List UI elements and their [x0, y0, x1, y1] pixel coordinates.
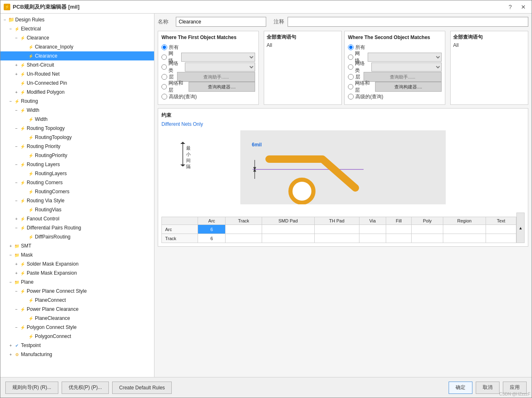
tree-item-polygon-connect[interactable]: ⚡ PolygonConnect [0, 332, 154, 341]
rule-wizard-button[interactable]: 规则向导(R) (R)... [5, 382, 58, 394]
expand-short-circuit[interactable] [14, 62, 19, 68]
row-track-arc[interactable]: 6 [198, 234, 226, 243]
row-track-poly[interactable] [412, 234, 443, 243]
row-track-smd[interactable] [262, 234, 314, 243]
row-track-track[interactable] [226, 234, 262, 243]
close-button[interactable]: ✕ [518, 3, 528, 11]
tree-item-routing-corners-item[interactable]: ⚡ RoutingCorners [0, 187, 154, 196]
first-radio-netlayer-input[interactable] [161, 84, 167, 90]
expand-routing-layers[interactable] [14, 162, 19, 167]
tree-item-clearance[interactable]: ⚡ Clearance [0, 51, 154, 60]
expand-fanout-control[interactable] [14, 216, 19, 222]
tree-item-routing-layers[interactable]: ⚡ Routing Layers [0, 160, 154, 169]
tree-item-routing-topology-item[interactable]: ⚡ RoutingTopology [0, 133, 154, 142]
first-radio-netclass-input[interactable] [161, 64, 167, 70]
expand-width-group[interactable] [14, 107, 19, 113]
expand-routing-priority[interactable] [14, 143, 19, 149]
second-net-dropdown[interactable] [368, 53, 442, 62]
tree-item-design-rules[interactable]: 📁 Design Rules [0, 15, 154, 24]
first-query-assist-button[interactable]: 查询助手...... [177, 72, 255, 82]
second-radio-advanced-input[interactable] [348, 94, 354, 100]
help-button[interactable]: ? [505, 3, 515, 11]
tree-item-routing-priority-item[interactable]: ⚡ RoutingPriority [0, 151, 154, 160]
row-arc-poly[interactable] [412, 225, 443, 234]
tree-item-solder-mask[interactable]: ⚡ Solder Mask Expansion [0, 259, 154, 268]
comment-input[interactable] [288, 17, 528, 27]
tree-item-routing-priority[interactable]: ⚡ Routing Priority [0, 142, 154, 151]
row-arc-region[interactable] [443, 225, 486, 234]
tree-item-electrical[interactable]: ⚡ Electrical [0, 24, 154, 33]
tree-item-mask[interactable]: 📁 Mask [0, 250, 154, 259]
tree-item-short-circuit[interactable]: ⚡ Short-Circuit [0, 60, 154, 69]
expand-solder-mask[interactable] [14, 261, 19, 267]
expand-routing-corners[interactable] [14, 180, 19, 185]
tree-item-width[interactable]: ⚡ Width [0, 115, 154, 124]
expand-plane[interactable] [8, 279, 14, 285]
tree-item-plane-connect[interactable]: ⚡ PlaneConnect [0, 296, 154, 305]
row-arc-text[interactable] [486, 225, 516, 234]
first-radio-advanced-input[interactable] [161, 94, 167, 100]
row-arc-track[interactable] [226, 225, 262, 234]
expand-routing-topology[interactable] [14, 125, 19, 131]
tree-item-manufacturing[interactable]: ⚙ Manufacturing [0, 350, 154, 359]
tree-item-routing-via-style[interactable]: ⚡ Routing Via Style [0, 196, 154, 205]
tree-item-clearance-group[interactable]: ⚡ Clearance [0, 33, 154, 42]
row-arc-smd[interactable] [262, 225, 314, 234]
tree-item-clearance-inpoly[interactable]: ⚡ Clearance_Inpoly [0, 42, 154, 51]
tree-item-paste-mask[interactable]: ⚡ Paste Mask Expansion [0, 268, 154, 278]
second-query-assist-button[interactable]: 查询助手...... [364, 72, 442, 82]
expand-clearance-group[interactable] [14, 35, 19, 41]
tree-item-routing-layers-item[interactable]: ⚡ RoutingLayers [0, 169, 154, 178]
row-track-th[interactable] [314, 234, 359, 243]
expand-polygon-connect-style[interactable] [14, 324, 19, 330]
tree-item-diff-pairs-item[interactable]: ⚡ DiffPairsRouting [0, 232, 154, 241]
tree-item-diff-pairs-routing[interactable]: ⚡ Differential Pairs Routing [0, 223, 154, 232]
expand-manufacturing[interactable] [8, 352, 14, 357]
first-radio-net-input[interactable] [161, 54, 167, 60]
first-radio-layer-input[interactable] [161, 74, 167, 80]
tree-item-un-connected-pin[interactable]: ⚡ Un-Connected Pin [0, 79, 154, 88]
tree-item-power-plane-clearance[interactable]: ⚡ Power Plane Clearance [0, 305, 154, 314]
tree-item-width-group[interactable]: ⚡ Width [0, 106, 154, 115]
second-radio-netclass-input[interactable] [348, 64, 353, 70]
row-track-region[interactable] [443, 234, 486, 243]
expand-un-routed-net[interactable] [14, 71, 19, 77]
expand-mask[interactable] [8, 252, 14, 258]
expand-modified-polygon[interactable] [14, 89, 19, 95]
table-scroll-up-button[interactable]: ▲ [516, 213, 525, 243]
expand-testpoint[interactable] [8, 342, 14, 348]
tree-item-testpoint[interactable]: ✔ Testpoint [0, 341, 154, 350]
tree-item-routing-topology[interactable]: ⚡ Routing Topology [0, 124, 154, 133]
expand-power-plane-connect[interactable] [14, 288, 19, 294]
tree-item-routing[interactable]: ⚡ Routing [0, 97, 154, 106]
expand-routing-via-style[interactable] [14, 198, 19, 204]
row-track-fill[interactable] [386, 234, 412, 243]
tree-item-smt[interactable]: 📁 SMT [0, 241, 154, 250]
confirm-button[interactable]: 确定 [449, 382, 472, 394]
expand-smt[interactable] [8, 243, 14, 249]
expand-routing[interactable] [8, 98, 14, 104]
cancel-button[interactable]: 取消 [476, 382, 500, 394]
tree-container[interactable]: 📁 Design Rules ⚡ Electrical ⚡ Clearance [0, 14, 154, 377]
first-netclass-dropdown[interactable] [185, 62, 255, 72]
second-radio-net-input[interactable] [348, 54, 353, 60]
row-track-text[interactable] [486, 234, 516, 243]
row-track-via[interactable] [359, 234, 386, 243]
second-radio-netlayer-input[interactable] [348, 84, 353, 90]
tree-item-routing-vias[interactable]: ⚡ RoutingVias [0, 205, 154, 214]
row-arc-via[interactable] [359, 225, 386, 234]
different-nets-link[interactable]: Different Nets Only [161, 121, 525, 127]
expand-paste-mask[interactable] [14, 270, 19, 276]
second-netclass-dropdown[interactable] [371, 62, 442, 72]
tree-item-fanout-control[interactable]: ⚡ Fanout Control [0, 214, 154, 223]
tree-item-plane[interactable]: 📁 Plane [0, 278, 154, 287]
second-radio-layer-input[interactable] [348, 74, 354, 80]
second-radio-all-input[interactable] [348, 44, 354, 50]
tree-item-plane-clearance[interactable]: ⚡ PlaneClearance [0, 314, 154, 323]
row-arc-arc[interactable]: 6 [198, 225, 226, 234]
tree-item-modified-polygon[interactable]: ⚡ Modified Polygon [0, 88, 154, 97]
row-arc-th[interactable] [314, 225, 359, 234]
expand-power-plane-clearance[interactable] [14, 306, 19, 312]
tree-item-polygon-connect-style[interactable]: ⚡ Polygon Connect Style [0, 323, 154, 332]
tree-item-power-plane-connect[interactable]: ⚡ Power Plane Connect Style [0, 287, 154, 296]
